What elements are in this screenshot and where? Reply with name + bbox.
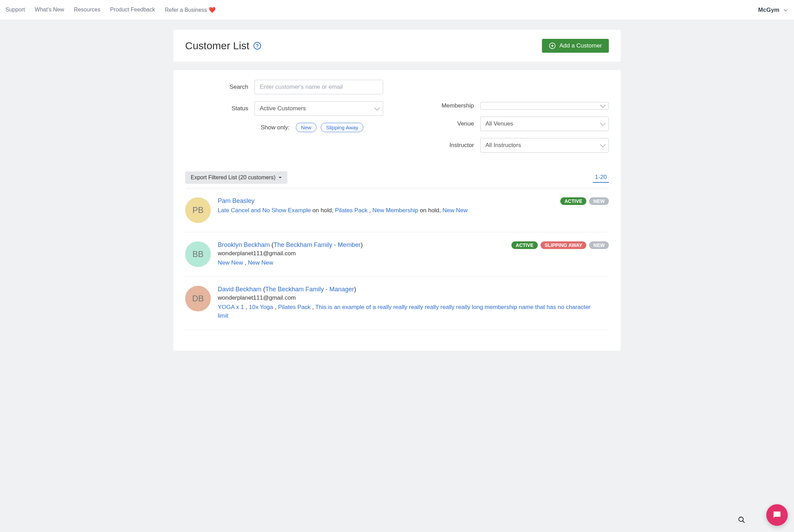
help-icon[interactable]: ? xyxy=(253,42,261,50)
membership-link[interactable]: Pilates Pack xyxy=(278,304,312,310)
nav-support[interactable]: Support xyxy=(6,7,25,13)
status-badge: ACTIVE xyxy=(560,197,586,205)
membership-line: YOGA x 1 , 10x Yoga , Pilates Pack , Thi… xyxy=(218,303,602,320)
page-header: Customer List ? Add a Customer xyxy=(173,30,621,62)
membership-text: on hold, xyxy=(418,207,442,214)
status-select[interactable]: Active Customers xyxy=(254,101,383,116)
status-badge: NEW xyxy=(589,197,609,205)
customer-row: BBBrooklyn Beckham (The Beckham Family -… xyxy=(185,232,609,277)
membership-link[interactable]: 10x Yoga xyxy=(249,304,275,310)
page-title: Customer List ? xyxy=(185,40,261,52)
customer-list: PBPam BeasleyLate Cancel and No Show Exa… xyxy=(185,188,609,330)
badge-column: ACTIVENEW xyxy=(560,197,609,205)
customer-name-line: David Beckham (The Beckham Family - Mana… xyxy=(218,286,602,293)
membership-label: Membership xyxy=(411,102,480,109)
membership-link[interactable]: New New xyxy=(442,207,468,214)
family-link[interactable]: The Beckham Family - Manager xyxy=(265,286,354,293)
nav-whats-new[interactable]: What's New xyxy=(35,7,64,13)
customer-email: wonderplanet111@gmail.com xyxy=(218,294,602,301)
instructor-select[interactable]: All Instructors xyxy=(480,138,609,153)
export-button[interactable]: Export Filtered List (20 customers) xyxy=(185,171,287,184)
membership-link[interactable]: New New xyxy=(218,259,244,266)
instructor-label: Instructor xyxy=(411,142,480,149)
membership-line: Late Cancel and No Show Example on hold,… xyxy=(218,206,553,215)
customer-name-line: Brooklyn Beckham (The Beckham Family - M… xyxy=(218,241,504,249)
plus-circle-icon xyxy=(549,42,556,49)
venue-label: Venue xyxy=(411,120,480,127)
avatar[interactable]: DB xyxy=(185,286,211,311)
membership-link[interactable]: YOGA x 1 xyxy=(218,304,245,310)
customer-name-link[interactable]: Pam Beasley xyxy=(218,197,254,204)
avatar[interactable]: BB xyxy=(185,241,211,267)
venue-select[interactable]: All Venues xyxy=(480,117,609,131)
account-name: McGym xyxy=(758,7,779,14)
status-badge: NEW xyxy=(589,241,609,249)
membership-text: , xyxy=(244,259,248,266)
customer-body: Brooklyn Beckham (The Beckham Family - M… xyxy=(218,241,504,267)
badge-column: ACTIVESLIPPING AWAYNEW xyxy=(511,241,609,249)
nav-resources[interactable]: Resources xyxy=(74,7,100,13)
membership-text: , xyxy=(312,304,315,310)
customer-body: Pam BeasleyLate Cancel and No Show Examp… xyxy=(218,197,553,215)
table-toolbar: Export Filtered List (20 customers) 1-20 xyxy=(185,171,609,188)
nav-product-feedback[interactable]: Product Feedback xyxy=(110,7,155,13)
membership-line: New New , New New xyxy=(218,258,504,267)
membership-link[interactable]: Pilates Pack xyxy=(335,207,369,214)
add-customer-button[interactable]: Add a Customer xyxy=(542,39,609,53)
customer-email: wonderplanet111@gmail.com xyxy=(218,250,504,257)
customer-name-link[interactable]: David Beckham xyxy=(218,286,261,293)
show-only-label: Show only: xyxy=(261,124,290,131)
membership-text: , xyxy=(369,207,372,214)
membership-text: , xyxy=(275,304,278,310)
chevron-down-icon xyxy=(783,7,788,13)
customer-name-line: Pam Beasley xyxy=(218,197,553,205)
customer-row: PBPam BeasleyLate Cancel and No Show Exa… xyxy=(185,188,609,232)
top-nav: Support What's New Resources Product Fee… xyxy=(0,0,794,20)
customer-name-link[interactable]: Brooklyn Beckham xyxy=(218,241,270,248)
status-badge: ACTIVE xyxy=(511,241,537,249)
chip-slipping-away[interactable]: Slipping Away xyxy=(321,123,363,132)
search-input[interactable] xyxy=(254,80,383,94)
filter-panel: Search Status Active Customers Show only… xyxy=(173,70,621,351)
family-link[interactable]: The Beckham Family - Member xyxy=(274,241,361,248)
caret-down-icon xyxy=(278,176,282,179)
pager[interactable]: 1-20 xyxy=(593,172,609,183)
customer-row: DBDavid Beckham (The Beckham Family - Ma… xyxy=(185,277,609,330)
membership-link[interactable]: New Membership xyxy=(372,207,418,214)
membership-link[interactable]: Late Cancel and No Show Example xyxy=(218,207,311,214)
status-badge: SLIPPING AWAY xyxy=(541,241,587,249)
avatar[interactable]: PB xyxy=(185,197,211,223)
top-nav-links: Support What's New Resources Product Fee… xyxy=(6,7,216,13)
account-switcher[interactable]: McGym xyxy=(758,7,788,14)
chip-new[interactable]: New xyxy=(296,123,317,132)
search-label: Search xyxy=(185,84,254,91)
membership-text: on hold, xyxy=(311,207,335,214)
membership-select[interactable] xyxy=(480,102,609,110)
nav-refer-business[interactable]: Refer a Business ❤️ xyxy=(165,7,215,13)
customer-body: David Beckham (The Beckham Family - Mana… xyxy=(218,286,602,320)
membership-text: , xyxy=(245,304,249,310)
membership-link[interactable]: New New xyxy=(248,259,273,266)
status-label: Status xyxy=(185,105,254,112)
